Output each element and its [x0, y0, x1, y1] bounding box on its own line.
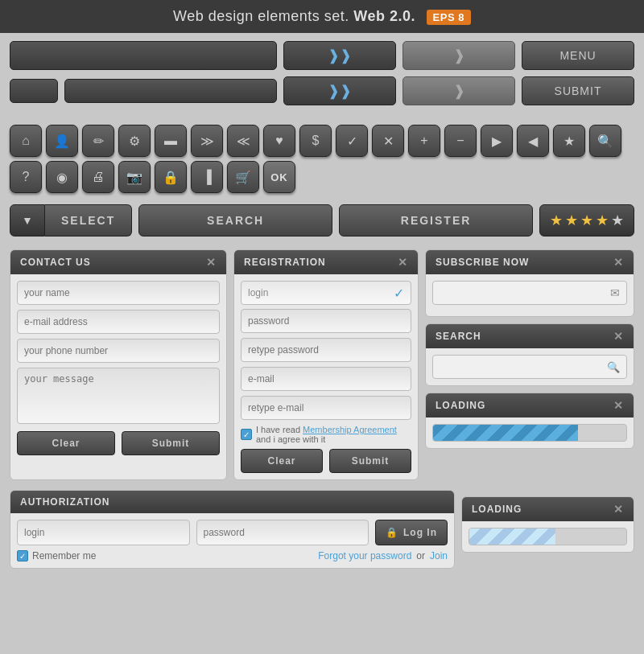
input-bar-1[interactable]: [10, 41, 277, 70]
loading-panel-2-header: LOADING ✕: [462, 497, 634, 521]
input-bar-2a[interactable]: [10, 79, 58, 103]
camera-icon-btn[interactable]: 📷: [118, 161, 151, 193]
forgot-password-link[interactable]: Forgot your password: [318, 550, 411, 561]
cart-icon: 🛒: [235, 170, 251, 185]
top-banner: Web design elements set. Web 2.0. EPS 8: [0, 0, 644, 33]
input-bar-2b[interactable]: [64, 79, 277, 103]
registration-clear-button[interactable]: Clear: [241, 449, 323, 473]
mail-icon: ✉: [610, 286, 620, 299]
loading-1-close-button[interactable]: ✕: [613, 399, 624, 412]
star-2[interactable]: ★: [565, 212, 578, 229]
contact-message-input[interactable]: [17, 368, 220, 424]
search-close-button[interactable]: ✕: [613, 330, 624, 343]
contact-name-input[interactable]: [17, 281, 220, 305]
star-rating[interactable]: ★ ★ ★ ★ ★: [539, 204, 634, 237]
subscribe-input-row[interactable]: ✉: [432, 281, 627, 305]
auth-login-input[interactable]: [17, 520, 190, 545]
contact-email-input[interactable]: [17, 310, 220, 334]
question-icon: ?: [23, 170, 30, 184]
print-icon-btn[interactable]: 🖨: [82, 161, 114, 193]
lock-icon: 🔒: [386, 527, 398, 538]
remember-checkbox[interactable]: ✓: [17, 550, 28, 561]
contact-close-button[interactable]: ✕: [206, 256, 217, 269]
progress-bar-2: [469, 528, 627, 545]
gear-icon-btn[interactable]: ⚙: [118, 125, 151, 157]
contact-btn-row: Clear Submit: [17, 431, 220, 455]
ok-icon-btn[interactable]: OK: [263, 161, 295, 193]
search-icon-btn[interactable]: 🔍: [589, 125, 621, 157]
icon-grid: ⌂ 👤 ✏ ⚙ ▬ ≫ ≪ ♥ $ ✓ ✕ + − ▶ ◀ ★ 🔍 ? ◉ 🖨 …: [0, 120, 644, 198]
chat-icon-btn[interactable]: ▬: [155, 125, 187, 157]
pencil-icon-btn[interactable]: ✏: [82, 125, 114, 157]
search-icon[interactable]: 🔍: [607, 361, 620, 373]
auth-password-input[interactable]: [196, 520, 369, 545]
question-icon-btn[interactable]: ?: [10, 161, 42, 193]
select-button[interactable]: ▼ SELECT: [10, 204, 132, 237]
user-icon-btn[interactable]: 👤: [46, 125, 78, 157]
menu-button[interactable]: MENU: [522, 41, 634, 70]
arrow-left-icon-btn[interactable]: ◀: [517, 125, 549, 157]
auth-links-row: ✓ Remember me Forgot your password or Jo…: [17, 550, 448, 561]
log-in-button[interactable]: 🔒 Log In: [375, 520, 448, 545]
dollar-icon-btn[interactable]: $: [299, 125, 332, 157]
lock-icon-btn[interactable]: 🔒: [155, 161, 187, 193]
login-field[interactable]: login ✓: [241, 281, 411, 305]
rss-icon-btn[interactable]: ◉: [46, 161, 78, 193]
banner-bold: Web 2.0.: [353, 8, 415, 24]
contact-phone-input[interactable]: [17, 339, 220, 363]
dropdown-3[interactable]: ❱❱: [283, 76, 396, 105]
controls-row-1: ❱❱ ❱ MENU: [10, 41, 634, 70]
action-row: ▼ SELECT SEARCH REGISTER ★ ★ ★ ★ ★: [0, 198, 644, 243]
subscribe-close-button[interactable]: ✕: [613, 256, 624, 269]
check-icon-btn[interactable]: ✓: [336, 125, 368, 157]
search-button[interactable]: SEARCH: [138, 204, 332, 237]
chevrons-up-icon-btn[interactable]: ≪: [227, 125, 259, 157]
dropdown-1[interactable]: ❱❱: [283, 41, 396, 70]
agreement-checkbox[interactable]: ✓: [241, 429, 252, 440]
user-icon: 👤: [54, 134, 70, 149]
membership-link[interactable]: Membership Agreement: [303, 425, 397, 434]
plus-icon-btn[interactable]: +: [408, 125, 440, 157]
search-input[interactable]: [440, 361, 607, 372]
register-button[interactable]: REGISTER: [339, 204, 533, 237]
dropdown-4[interactable]: ❱: [402, 76, 515, 105]
star-icon-btn[interactable]: ★: [553, 125, 585, 157]
star-4[interactable]: ★: [596, 212, 609, 229]
contact-clear-button[interactable]: Clear: [17, 431, 115, 455]
chart-icon-btn[interactable]: ▐: [191, 161, 223, 193]
contact-panel-header: CONTACT US ✕: [10, 250, 226, 274]
right-panels: SUBSCRIBE NOW ✕ ✉ SEARCH ✕ 🔍: [425, 249, 634, 480]
retype-password-input[interactable]: [241, 338, 411, 362]
join-link[interactable]: Join: [430, 550, 448, 561]
star-5[interactable]: ★: [611, 212, 624, 229]
registration-close-button[interactable]: ✕: [398, 256, 408, 269]
arrow-left-icon: ◀: [528, 134, 538, 149]
search-input-row[interactable]: 🔍: [432, 355, 627, 379]
star-1[interactable]: ★: [550, 212, 563, 229]
dropdown-2[interactable]: ❱: [402, 41, 515, 70]
registration-submit-button[interactable]: Submit: [329, 449, 411, 473]
reg-email-input[interactable]: [241, 367, 411, 391]
password-input[interactable]: [241, 309, 411, 333]
submit-button[interactable]: SUBMIT: [522, 76, 634, 105]
home-icon-btn[interactable]: ⌂: [10, 125, 42, 157]
star-icon: ★: [564, 134, 575, 149]
chevrons-down-icon-btn[interactable]: ≫: [191, 125, 223, 157]
registration-panel-header: REGISTRATION ✕: [234, 250, 418, 274]
star-3[interactable]: ★: [580, 212, 593, 229]
heart-icon-btn[interactable]: ♥: [263, 125, 295, 157]
search-panel-title: SEARCH: [436, 331, 481, 342]
triangle-icon: ▼: [22, 214, 33, 227]
registration-panel-body: login ✓ ✓ I have read Membership Agreeme…: [234, 274, 418, 479]
minus-icon-btn[interactable]: −: [444, 125, 477, 157]
retype-email-input[interactable]: [241, 396, 411, 420]
subscribe-email-input[interactable]: [440, 287, 607, 298]
progress-bar-fill-2: [469, 529, 555, 545]
heart-icon: ♥: [275, 134, 283, 148]
arrow-right-icon-btn[interactable]: ▶: [481, 125, 513, 157]
cart-icon-btn[interactable]: 🛒: [227, 161, 259, 193]
loading-1-title: LOADING: [436, 400, 485, 411]
loading-2-close-button[interactable]: ✕: [613, 503, 624, 516]
close-icon-btn[interactable]: ✕: [372, 125, 404, 157]
contact-submit-button[interactable]: Submit: [122, 431, 220, 455]
